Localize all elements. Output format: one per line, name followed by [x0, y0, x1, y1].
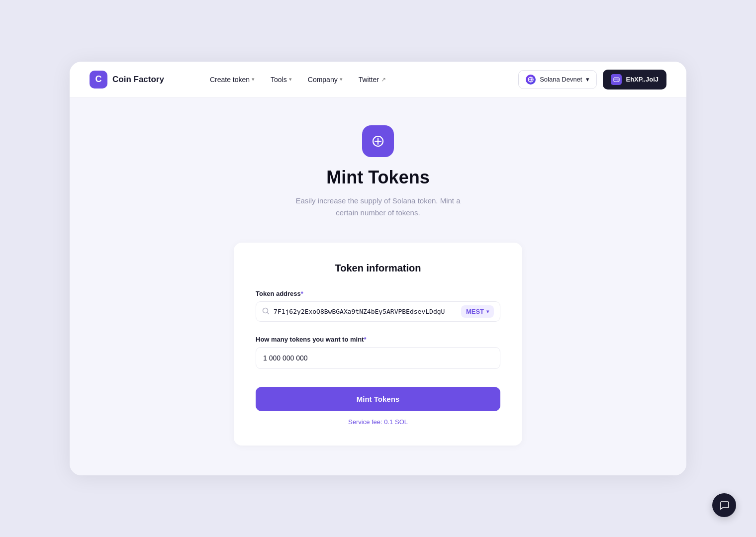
wallet-button[interactable]: EhXP..JoiJ	[603, 70, 666, 90]
svg-rect-1	[614, 78, 619, 82]
mint-amount-input[interactable]	[256, 347, 500, 369]
chat-support-button[interactable]	[712, 493, 736, 517]
nav-item-tools[interactable]: Tools ▾	[265, 72, 298, 88]
page-title: Mint Tokens	[326, 167, 429, 188]
main-content: Mint Tokens Easily increase the supply o…	[70, 97, 686, 475]
chevron-down-icon: ▾	[289, 76, 292, 83]
network-selector[interactable]: Solana Devnet ▾	[518, 70, 597, 89]
nav-right: Solana Devnet ▾ EhXP..JoiJ	[518, 70, 666, 90]
brand-name: Coin Factory	[112, 75, 164, 85]
token-address-wrapper: MEST ▾	[256, 301, 500, 322]
mint-tokens-button[interactable]: Mint Tokens	[256, 387, 500, 411]
chevron-down-icon: ▾	[252, 76, 255, 83]
external-link-icon: ↗	[381, 76, 386, 83]
network-icon	[526, 75, 536, 85]
network-label: Solana Devnet	[540, 76, 582, 83]
wallet-label: EhXP..JoiJ	[626, 76, 659, 83]
nav-item-company[interactable]: Company ▾	[302, 72, 349, 88]
mint-amount-group: How many tokens you want to mint*	[256, 336, 500, 369]
token-address-input[interactable]	[274, 302, 457, 321]
app-container: C Coin Factory Create token ▾ Tools ▾ Co…	[70, 62, 686, 475]
card-title: Token information	[256, 263, 500, 274]
token-address-group: Token address* MEST ▾	[256, 290, 500, 322]
chevron-down-icon: ▾	[340, 76, 343, 83]
service-fee-label: Service fee: 0.1 SOL	[256, 418, 500, 426]
mest-badge[interactable]: MEST ▾	[461, 305, 494, 318]
search-icon	[262, 307, 270, 316]
mest-badge-label: MEST	[466, 308, 484, 315]
hero-icon	[362, 125, 394, 157]
token-address-label: Token address*	[256, 290, 500, 297]
wallet-icon	[611, 74, 622, 85]
navbar: C Coin Factory Create token ▾ Tools ▾ Co…	[70, 62, 686, 97]
hero-section: Mint Tokens Easily increase the supply o…	[284, 125, 472, 219]
nav-item-twitter[interactable]: Twitter ↗	[353, 72, 392, 88]
badge-chevron-icon: ▾	[486, 309, 489, 314]
brand[interactable]: C Coin Factory	[90, 71, 164, 89]
token-information-card: Token information Token address* MEST	[234, 243, 522, 446]
nav-links: Create token ▾ Tools ▾ Company ▾ Twitter…	[204, 72, 392, 88]
brand-logo: C	[90, 71, 107, 89]
network-chevron: ▾	[586, 76, 589, 83]
nav-item-create-token[interactable]: Create token ▾	[204, 72, 261, 88]
hero-subtitle: Easily increase the supply of Solana tok…	[284, 195, 472, 219]
mint-amount-label: How many tokens you want to mint*	[256, 336, 500, 343]
